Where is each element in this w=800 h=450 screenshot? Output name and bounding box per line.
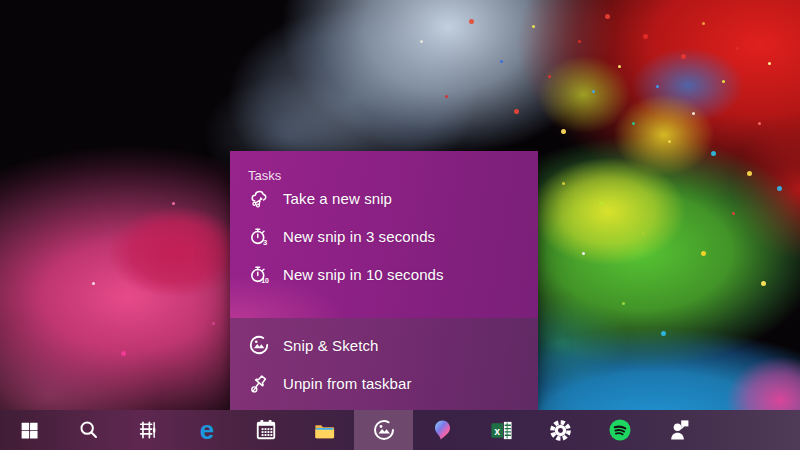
snip-sketch-button[interactable] bbox=[354, 410, 413, 450]
jumplist-item-snip-sketch-app[interactable]: Snip & Sketch bbox=[230, 326, 538, 364]
jumplist-tasks-section: Tasks Take a new snip bbox=[230, 151, 538, 318]
task-view-icon bbox=[137, 419, 159, 441]
edge-icon: e bbox=[194, 417, 220, 443]
excel-icon: x bbox=[490, 419, 513, 442]
calendar-button[interactable] bbox=[236, 410, 295, 450]
timer-3-icon: 3 bbox=[248, 225, 270, 247]
desktop: Tasks Take a new snip bbox=[0, 0, 800, 450]
svg-text:e: e bbox=[199, 417, 213, 443]
wallpaper-paint-specks bbox=[0, 0, 3, 3]
search-button[interactable] bbox=[59, 410, 118, 450]
spotify-icon bbox=[608, 418, 632, 442]
windows-logo-icon bbox=[19, 420, 40, 441]
settings-button[interactable] bbox=[531, 410, 590, 450]
jumplist-item-snip-in-10[interactable]: 10 New snip in 10 seconds bbox=[230, 255, 538, 293]
jumplist-app-section: Snip & Sketch Unpin from taskbar bbox=[230, 318, 538, 410]
snip-sketch-app-icon bbox=[372, 418, 396, 442]
people-icon bbox=[667, 418, 691, 442]
paint-3d-button[interactable] bbox=[413, 410, 472, 450]
gear-icon bbox=[549, 419, 572, 442]
spotify-button[interactable] bbox=[590, 410, 649, 450]
timer-10-icon: 10 bbox=[248, 263, 270, 285]
svg-text:x: x bbox=[494, 424, 500, 436]
folder-icon bbox=[313, 419, 336, 442]
jumplist-section-header: Tasks bbox=[230, 151, 538, 179]
jumplist-item-label: Unpin from taskbar bbox=[283, 375, 412, 392]
jumplist-item-label: Snip & Sketch bbox=[283, 337, 379, 354]
svg-text:10: 10 bbox=[261, 277, 269, 284]
unpin-icon bbox=[248, 372, 270, 394]
file-explorer-button[interactable] bbox=[295, 410, 354, 450]
jumplist-item-label: New snip in 3 seconds bbox=[283, 228, 435, 245]
svg-text:3: 3 bbox=[262, 238, 266, 247]
jumplist-item-unpin[interactable]: Unpin from taskbar bbox=[230, 364, 538, 402]
snip-sketch-app-icon bbox=[248, 334, 270, 356]
start-button[interactable] bbox=[0, 410, 59, 450]
taskbar: e bbox=[0, 410, 800, 450]
jumplist-item-snip-in-3[interactable]: 3 New snip in 3 seconds bbox=[230, 217, 538, 255]
paint3d-icon bbox=[431, 418, 455, 442]
jumplist-item-label: Take a new snip bbox=[283, 190, 392, 207]
calendar-icon bbox=[255, 419, 277, 441]
excel-button[interactable]: x bbox=[472, 410, 531, 450]
task-view-button[interactable] bbox=[118, 410, 177, 450]
search-icon bbox=[78, 419, 100, 441]
edge-button[interactable]: e bbox=[177, 410, 236, 450]
people-button[interactable] bbox=[649, 410, 708, 450]
new-snip-icon bbox=[248, 187, 270, 209]
jumplist-item-label: New snip in 10 seconds bbox=[283, 266, 444, 283]
snip-sketch-jumplist: Tasks Take a new snip bbox=[230, 151, 538, 410]
